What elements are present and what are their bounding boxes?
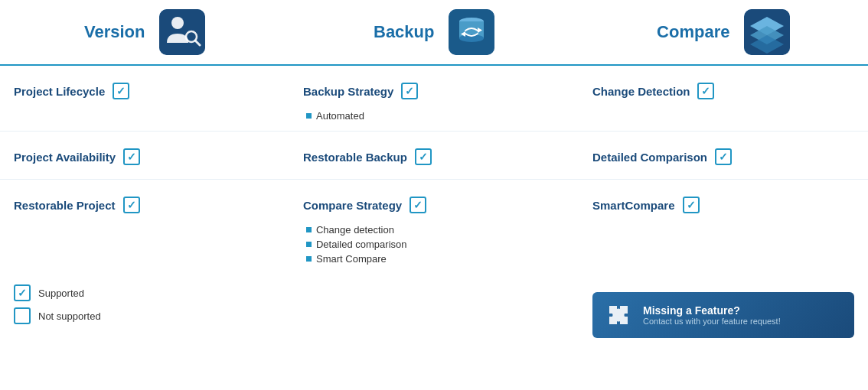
backup-feature-2: Restorable Backup — [289, 132, 579, 180]
project-lifecycle-label: Project Lifecycle — [14, 85, 105, 98]
supported-check-legend — [14, 284, 31, 301]
legend-row: Supported Not supported Missing a Feat — [0, 274, 868, 349]
detailed-comparison-label: Detailed Comparison — [592, 151, 707, 164]
person-icon — [159, 9, 205, 55]
backup-strategy-label: Backup Strategy — [303, 85, 393, 98]
backup-strategy-subitems: Automated — [303, 109, 565, 123]
backup-feature-3: Compare Strategy Change detection Detail… — [289, 180, 579, 275]
feature-row-1: Project Lifecycle Backup Strategy Automa… — [0, 65, 868, 132]
version-feature-3: Restorable Project — [0, 180, 289, 275]
smart-compare-label: SmartCompare — [592, 199, 675, 212]
compare-strategy-check — [410, 197, 426, 213]
supported-legend: Supported — [14, 284, 276, 301]
feature-row-2: Project Availability Restorable Backup D… — [0, 132, 868, 180]
missing-feature-text: Missing a Feature? Contact us with your … — [643, 304, 781, 326]
layers-icon — [744, 9, 790, 55]
missing-feature-title: Missing a Feature? — [643, 304, 781, 317]
backup-feature-1: Backup Strategy Automated — [289, 65, 579, 132]
compare-header: Compare — [579, 0, 868, 65]
detailed-comparison-check — [715, 148, 732, 165]
change-detection-label: Change Detection — [592, 85, 690, 98]
svg-point-1 — [171, 17, 184, 29]
compare-strategy-sub-2: Detailed comparison — [306, 237, 565, 252]
project-lifecycle-check — [113, 83, 129, 99]
version-feature-2: Project Availability — [0, 132, 289, 180]
restorable-backup-check — [415, 148, 432, 165]
feature-row-3: Restorable Project Compare Strategy Chan… — [0, 180, 868, 275]
backup-header: Backup — [289, 0, 579, 65]
compare-feature-3: SmartCompare — [579, 180, 868, 275]
compare-title: Compare — [657, 22, 729, 42]
puzzle-icon — [603, 300, 634, 330]
version-title: Version — [84, 22, 145, 42]
missing-feature-subtitle: Contact us with your feature request! — [643, 317, 781, 326]
restorable-project-label: Restorable Project — [14, 199, 116, 212]
compare-feature-1: Change Detection — [579, 65, 868, 132]
restorable-project-check — [123, 197, 140, 213]
restorable-backup-label: Restorable Backup — [303, 151, 407, 164]
supported-label: Supported — [38, 288, 84, 299]
not-supported-label: Not supported — [38, 310, 101, 322]
compare-strategy-label: Compare Strategy — [303, 199, 402, 212]
compare-strategy-sub-1: Change detection — [306, 223, 565, 237]
svg-rect-0 — [159, 9, 205, 55]
database-icon — [449, 9, 494, 55]
missing-feature-banner[interactable]: Missing a Feature? Contact us with your … — [592, 292, 854, 338]
not-supported-check-legend — [14, 307, 31, 324]
version-feature-1: Project Lifecycle — [0, 65, 289, 132]
backup-strategy-sub-1: Automated — [306, 109, 565, 123]
legend-cell: Supported Not supported — [0, 274, 289, 349]
backup-strategy-check — [401, 83, 418, 99]
not-supported-legend: Not supported — [14, 307, 276, 324]
project-availability-label: Project Availability — [14, 151, 116, 164]
missing-feature-cell: Missing a Feature? Contact us with your … — [579, 274, 868, 349]
compare-strategy-sub-3: Smart Compare — [306, 252, 565, 266]
version-header: Version — [0, 0, 289, 65]
smart-compare-check — [683, 197, 700, 213]
change-detection-check — [697, 83, 714, 99]
features-table: Version Backup — [0, 0, 868, 349]
compare-strategy-subitems: Change detection Detailed comparison Sma… — [303, 223, 565, 266]
project-availability-check — [123, 148, 140, 165]
backup-title: Backup — [374, 22, 434, 42]
compare-feature-2: Detailed Comparison — [579, 132, 868, 180]
